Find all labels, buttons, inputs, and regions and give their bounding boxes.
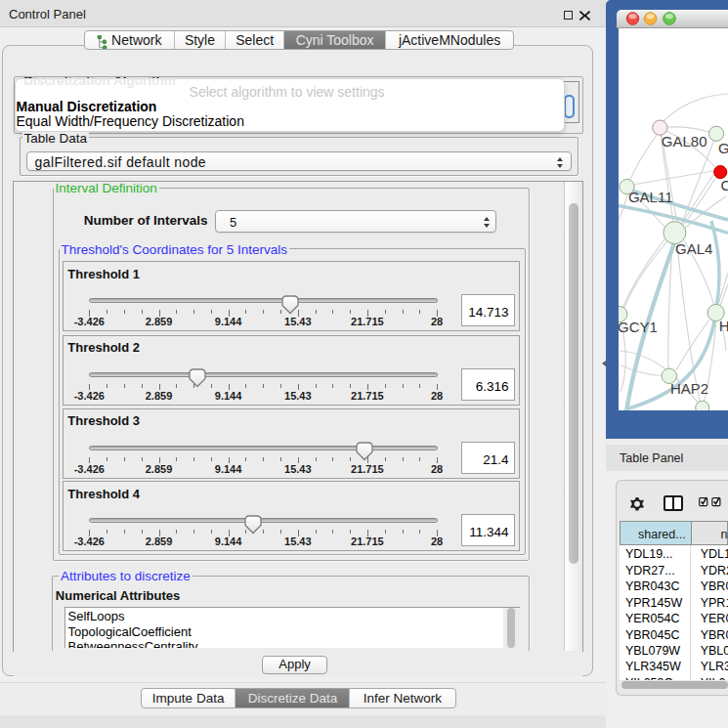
svg-text:GCY1: GCY1 <box>619 319 658 335</box>
svg-text:HI: HI <box>719 317 728 333</box>
svg-text:GA: GA <box>718 139 728 155</box>
svg-text:GAL11: GAL11 <box>628 189 673 205</box>
svg-text:HAP2: HAP2 <box>670 380 708 397</box>
svg-text:GAL80: GAL80 <box>662 133 707 150</box>
svg-text:CD: CD <box>721 176 728 193</box>
svg-text:GAL4: GAL4 <box>675 239 712 256</box>
